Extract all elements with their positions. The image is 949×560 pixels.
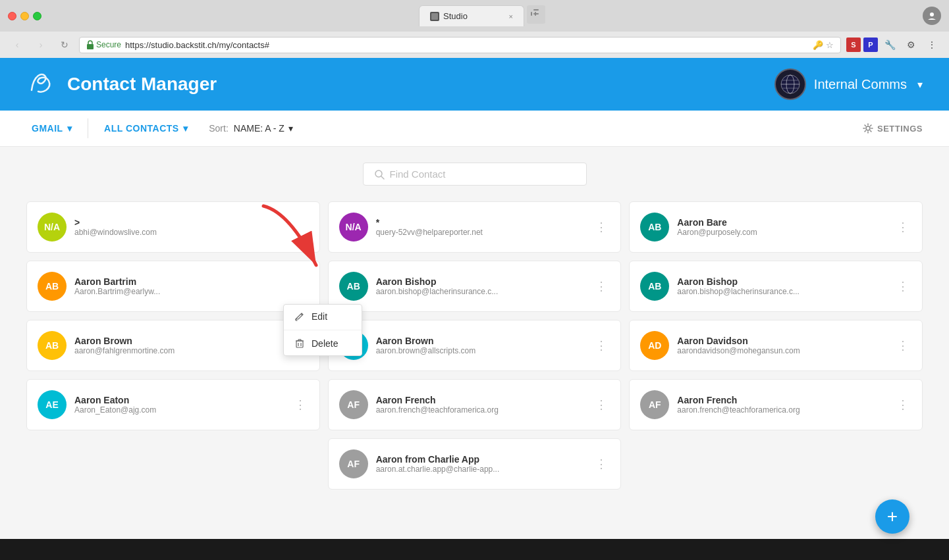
star-icon[interactable]: ☆ xyxy=(826,40,834,50)
contact-email: aarondavidson@mohegansun.com xyxy=(677,346,886,355)
contact-name: Aaron Brown xyxy=(74,336,284,346)
settings-button[interactable]: SETTINGS xyxy=(863,123,923,134)
svg-rect-0 xyxy=(431,13,438,20)
close-window-button[interactable] xyxy=(8,12,16,20)
app-container: Contact Manager Internal Comms ▾ GMAIL ▾ xyxy=(0,58,949,539)
edit-label: Edit xyxy=(312,311,327,322)
contact-email: Aaron_Eaton@ajg.com xyxy=(74,405,284,415)
toolbar-divider-1 xyxy=(88,118,88,138)
workspace-avatar xyxy=(774,68,806,100)
sort-value: NAME: A - Z xyxy=(234,123,285,134)
contact-card[interactable]: AB Aaron Bishop aaron.bishop@lacherinsur… xyxy=(328,261,622,312)
forward-button[interactable]: › xyxy=(32,36,50,54)
tab-favicon xyxy=(430,12,439,21)
contact-card[interactable]: AF Aaron from Charlie App aaron.at.charl… xyxy=(328,438,622,490)
all-contacts-filter[interactable]: ALL CONTACTS ▾ xyxy=(99,123,193,134)
svg-rect-3 xyxy=(531,12,532,16)
svg-rect-6 xyxy=(87,44,94,49)
contact-card[interactable]: N/A > abhi@windowslive.com Edit xyxy=(26,201,320,253)
contact-info: Aaron French aaron.french@teachforameric… xyxy=(677,395,886,415)
tools-icon[interactable]: 🔧 xyxy=(881,36,899,54)
contact-menu-button[interactable]: ⋮ xyxy=(593,396,610,413)
contact-avatar: AB xyxy=(640,213,669,242)
refresh-button[interactable]: ↻ xyxy=(55,36,74,54)
contact-card[interactable]: AF Aaron French aaron.french@teachforame… xyxy=(629,379,923,430)
app-logo xyxy=(26,66,57,102)
contact-card[interactable]: AB Aaron Bishop aaron.bishop@lacherinsur… xyxy=(629,261,923,312)
settings-label: SETTINGS xyxy=(877,124,923,134)
contact-avatar: AF xyxy=(339,390,368,419)
profiles-icon[interactable]: P xyxy=(863,38,878,52)
contact-info: Aaron Bare Aaron@purposely.com xyxy=(677,217,886,237)
search-input[interactable]: Find Contact xyxy=(390,168,576,180)
menu-icon[interactable]: ⋮ xyxy=(923,36,941,54)
contact-card[interactable]: AB Aaron Bartrim Aaron.Bartrim@earlyw... xyxy=(26,261,320,312)
gmail-dropdown-arrow[interactable]: ▾ xyxy=(67,123,72,134)
contact-menu-button[interactable]: ⋮ xyxy=(894,218,911,236)
svg-point-5 xyxy=(930,13,934,16)
address-bar[interactable]: Secure https://studio.backstit.ch/my/con… xyxy=(79,37,841,53)
contact-email: abhi@windowslive.com xyxy=(74,228,309,237)
contact-card[interactable]: AF Aaron French aaron.french@teachforame… xyxy=(328,379,622,430)
contact-card[interactable]: AB Aaron Brown aaron@fahlgrenmortine.com… xyxy=(26,320,320,371)
contact-avatar: AB xyxy=(38,272,67,301)
header-right[interactable]: Internal Comms ▾ xyxy=(774,68,923,100)
contact-info: Aaron Brown aaron.brown@allscripts.com xyxy=(376,336,585,355)
svg-point-12 xyxy=(866,126,870,130)
browser-tab[interactable]: Studio × xyxy=(419,5,524,26)
contact-avatar: AE xyxy=(38,390,67,419)
contact-card[interactable]: AE Aaron Eaton Aaron_Eaton@ajg.com ⋮ xyxy=(26,379,320,430)
contact-name: * xyxy=(376,217,585,228)
settings-gear-icon xyxy=(863,123,873,134)
workspace-dropdown-arrow[interactable]: ▾ xyxy=(917,78,923,91)
minimize-window-button[interactable] xyxy=(20,12,29,20)
edit-menu-item[interactable]: Edit xyxy=(284,305,362,328)
sort-dropdown-arrow[interactable]: ▾ xyxy=(288,123,293,134)
contact-menu-button[interactable]: ⋮ xyxy=(593,278,610,295)
new-tab-button[interactable] xyxy=(527,5,545,24)
contact-menu-button[interactable]: ⋮ xyxy=(894,396,911,413)
trash-icon xyxy=(294,338,305,349)
contact-menu-button[interactable]: ⋮ xyxy=(593,337,610,354)
tab-close-button[interactable]: × xyxy=(509,13,513,20)
contact-email: aaron@fahlgrenmortine.com xyxy=(74,346,284,355)
contact-card[interactable]: AD Aaron Davidson aarondavidson@mohegans… xyxy=(629,320,923,371)
key-icon: 🔑 xyxy=(813,40,823,50)
contact-menu-button[interactable]: ⋮ xyxy=(593,455,610,472)
svg-rect-18 xyxy=(296,341,303,347)
contact-email: aaron.french@teachforamerica.org xyxy=(677,405,886,415)
contact-name: Aaron Bare xyxy=(677,217,886,228)
maximize-window-button[interactable] xyxy=(33,12,41,20)
tab-title: Studio xyxy=(443,11,468,21)
contact-avatar: AF xyxy=(339,449,368,478)
contact-menu-button[interactable]: ⋮ xyxy=(894,337,911,354)
contact-avatar: N/A xyxy=(38,213,67,242)
contact-email: Aaron.Bartrim@earlyw... xyxy=(74,287,309,296)
contact-email: aaron.bishop@lacherinsurance.c... xyxy=(376,287,585,296)
contact-menu-button[interactable]: ⋮ xyxy=(292,396,309,413)
traffic-lights xyxy=(8,12,41,20)
contact-menu-button[interactable]: ⋮ xyxy=(894,278,911,295)
add-contact-fab[interactable]: + xyxy=(875,499,909,534)
secure-badge: Secure xyxy=(86,40,121,49)
contact-email: aaron.brown@allscripts.com xyxy=(376,346,585,355)
header-left: Contact Manager xyxy=(26,66,217,102)
settings-icon[interactable]: ⚙ xyxy=(902,36,920,54)
contact-card[interactable]: N/A * query-52vv@helpareporter.net ⋮ xyxy=(328,201,622,253)
search-bar[interactable]: Find Contact xyxy=(363,163,587,186)
contact-info: Aaron Davidson aarondavidson@mohegansun.… xyxy=(677,336,886,355)
contact-name: Aaron Bartrim xyxy=(74,276,309,287)
contact-card[interactable]: AB Aaron Brown aaron.brown@allscripts.co… xyxy=(328,320,622,371)
back-button[interactable]: ‹ xyxy=(8,36,26,54)
browser-user-icon[interactable] xyxy=(923,7,941,25)
gmail-filter[interactable]: GMAIL ▾ xyxy=(26,123,77,134)
delete-menu-item[interactable]: Delete xyxy=(284,332,362,355)
all-contacts-dropdown-arrow[interactable]: ▾ xyxy=(183,123,188,134)
extensions-icon[interactable]: S xyxy=(846,38,861,52)
all-contacts-label: ALL CONTACTS xyxy=(104,123,179,134)
contact-menu-button[interactable]: ⋮ xyxy=(593,218,610,236)
toolbar: GMAIL ▾ ALL CONTACTS ▾ Sort: NAME: A - Z… xyxy=(0,111,949,147)
contact-card[interactable]: AB Aaron Bare Aaron@purposely.com ⋮ xyxy=(629,201,923,253)
sort-select[interactable]: NAME: A - Z ▾ xyxy=(234,123,293,134)
sort-label: Sort: xyxy=(209,123,229,134)
